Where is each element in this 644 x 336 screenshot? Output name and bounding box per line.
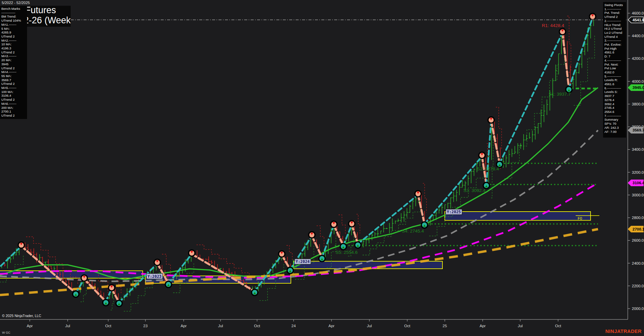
bench-marks-line: MA3.------- bbox=[1, 54, 27, 58]
time-tick-label[interactable]: Oct bbox=[254, 324, 260, 328]
bench-marks-line: MA2.------- bbox=[1, 39, 27, 43]
price-tick-label: 4000.0 bbox=[632, 79, 644, 83]
plot-area[interactable]: F0Y:2023Y:2024Y:2025R1: 4428.4S1: 3937.7… bbox=[0, 13, 599, 311]
time-tick-label[interactable]: 23 bbox=[143, 324, 148, 328]
resistance-annotation: R1: 4428.4 bbox=[542, 23, 565, 28]
hilo-down-step bbox=[496, 107, 502, 149]
downtrend-line bbox=[21, 246, 76, 293]
time-tick-label[interactable]: Apr bbox=[328, 324, 335, 328]
ninjatrader-chart-window: F0Y:2023Y:2024Y:2025R1: 4428.4S1: 3937.7… bbox=[0, 0, 644, 336]
swing-pivots-line: Pvt. Next: bbox=[604, 63, 626, 67]
price-tick-label: 4400.0 bbox=[632, 34, 644, 38]
swing-pivots-line: D: 7 bbox=[604, 54, 626, 58]
hilo-down-step bbox=[162, 254, 170, 274]
swing-pivots-line: HiLo Trend: bbox=[604, 23, 626, 27]
swing-pivots-line: Levels R: bbox=[604, 78, 626, 82]
swing-pivots-line: AR: 242.3 bbox=[604, 126, 626, 130]
support-annotation: S5: 2554.6 bbox=[336, 250, 358, 255]
swing-pivots-line: Pvt. Evolve: bbox=[604, 43, 626, 47]
swing-pivots-line: SP's: 70 bbox=[604, 122, 626, 126]
price-tick-label: 3400.0 bbox=[632, 147, 644, 151]
price-chart[interactable]: F0Y:2023Y:2024Y:2025R1: 4428.4S1: 3937.7… bbox=[0, 0, 644, 336]
bench-marks-line: Bench Marks bbox=[1, 7, 27, 11]
bench-marks-line: 200 MA: bbox=[1, 106, 27, 110]
downtrend-line bbox=[491, 121, 500, 163]
swing-pivots-line: 2.------------- bbox=[604, 19, 626, 23]
swing-pivots-line: 6.------------- bbox=[604, 86, 626, 90]
bench-marks-line: UTrend 2 bbox=[1, 34, 27, 39]
price-tick-label: 2400.0 bbox=[632, 261, 644, 265]
price-tag-label: 2700.1 bbox=[632, 227, 644, 231]
bench-marks-line: MA5.------- bbox=[1, 86, 27, 90]
swing-pivots-line: 2554.6 bbox=[604, 110, 626, 114]
downtrend-line bbox=[84, 279, 106, 302]
swing-pivots-line: Swing Pivots bbox=[604, 3, 626, 7]
hilo-up-step bbox=[429, 168, 484, 236]
swing-pivots-line: 2745.4 bbox=[604, 106, 626, 110]
time-tick-label[interactable]: 24 bbox=[292, 324, 296, 328]
bench-marks-line: MA6.------- bbox=[1, 102, 27, 106]
time-tick-label[interactable]: Jul bbox=[65, 324, 70, 328]
hilo-down-step bbox=[567, 16, 571, 72]
support-annotation: S1: 3937.7 bbox=[549, 92, 571, 97]
bench-marks-line: BM Trend: bbox=[1, 15, 27, 19]
price-tag-label: 3569.7 bbox=[632, 128, 644, 132]
bench-marks-line: UTrend 2 bbox=[1, 50, 27, 54]
time-tick-label[interactable]: Oct bbox=[105, 324, 112, 328]
bench-marks-line: 3106.4 bbox=[1, 94, 27, 98]
swing-pivots-line: 1.------------- bbox=[604, 7, 626, 11]
time-tick-label[interactable]: Apr bbox=[181, 324, 187, 328]
price-tag-label: 3106.4 bbox=[632, 181, 644, 185]
hilo-down-step bbox=[356, 214, 360, 234]
swing-pivots-line: 3092.4 bbox=[604, 102, 626, 106]
downtrend-line bbox=[312, 236, 322, 258]
swing-pivots-line: 4162.0 bbox=[604, 70, 626, 74]
bench-marks-line: 55 MA: bbox=[1, 74, 27, 78]
uptrend-line bbox=[322, 225, 334, 258]
hilo-down-step bbox=[317, 226, 324, 247]
time-tick-label[interactable]: Jul bbox=[218, 324, 223, 328]
time-tick-label[interactable]: Oct bbox=[555, 324, 561, 328]
bench-marks-line: 2700.1 bbox=[1, 110, 27, 114]
swing-pivots-line: Pvt Low bbox=[604, 66, 626, 70]
support-annotation: S4: 2745.4 bbox=[402, 229, 424, 234]
swing-pivots-line: Pvt High bbox=[604, 47, 626, 51]
price-tick-label: 3000.0 bbox=[632, 193, 644, 197]
support-annotation: S3: 3092.4 bbox=[463, 188, 486, 193]
price-tick-label: 2000.0 bbox=[632, 307, 644, 311]
time-tick-label[interactable]: Oct bbox=[404, 324, 411, 328]
swing-pivots-line: UTrend 2 bbox=[604, 15, 626, 19]
price-tick-label: 3200.0 bbox=[632, 170, 644, 174]
time-tick-label[interactable]: Apr bbox=[480, 324, 486, 328]
time-tick-label[interactable]: Apr bbox=[27, 324, 33, 328]
swing-pivots-line: 4561.6 bbox=[604, 82, 626, 86]
time-tick-label[interactable]: 25 bbox=[443, 324, 447, 328]
price-tick-label: 2800.0 bbox=[632, 216, 644, 220]
bench-marks-line: 5 MA: bbox=[1, 27, 27, 31]
swing-pivots-line: 3937.7 bbox=[604, 94, 626, 98]
bench-marks-line: 3945 bbox=[1, 62, 27, 66]
year-label: Y:2023 bbox=[147, 274, 162, 279]
time-tick-label[interactable]: Jul bbox=[367, 324, 372, 328]
swing-pivots-line: 7.------------- bbox=[604, 114, 626, 118]
chart-date-range: 5/2022 - 52/2025 bbox=[2, 1, 30, 5]
swing-pivots-line: Levels S: bbox=[604, 90, 626, 94]
bench-marks-line: 20 MA: bbox=[1, 58, 27, 62]
bench-marks-line: 4265.9 bbox=[1, 30, 27, 34]
swing-pivots-line: Pvt. Trend: bbox=[604, 11, 626, 15]
price-tag-label: 3945.0 bbox=[632, 86, 644, 90]
swing-pivots-panel: Swing Pivots1.-------------Pvt. Trend:UT… bbox=[603, 2, 626, 138]
swing-pivots-line: 4.------------- bbox=[604, 58, 626, 63]
price-tick-label: 4200.0 bbox=[632, 56, 644, 61]
bench-marks-line: UTrend 2 bbox=[1, 114, 27, 118]
swing-pivots-line: 3.------------- bbox=[604, 39, 626, 43]
bench-marks-line: UTrend 2 bbox=[1, 66, 27, 70]
bench-marks-panel: Bench Marks-------------BM Trend:UTrend … bbox=[0, 6, 27, 119]
uptrend-line bbox=[500, 33, 562, 164]
hilo-up-step bbox=[80, 288, 86, 302]
time-tick-label[interactable]: Jul bbox=[518, 324, 523, 328]
year-range-box bbox=[445, 212, 591, 220]
bench-marks-line: 3569.7 bbox=[1, 78, 27, 82]
price-tag-label: 4541.6 bbox=[632, 18, 644, 22]
swing-pivots-line: 3278.4 bbox=[604, 98, 626, 102]
